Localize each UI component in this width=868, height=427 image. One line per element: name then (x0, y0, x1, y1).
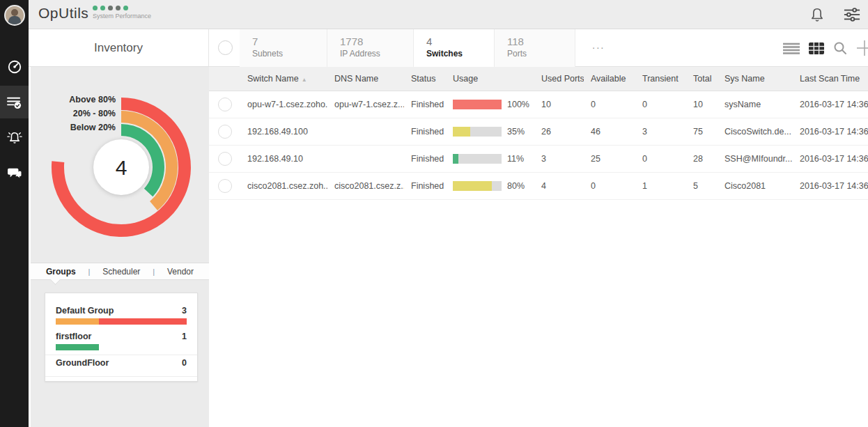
tab-groups[interactable]: Groups (46, 267, 76, 277)
cell-usage: 100% (446, 100, 534, 109)
cell-transient: 0 (635, 100, 686, 109)
row-select-circle[interactable] (218, 152, 232, 166)
tab-ip-address[interactable]: 1778 IP Address (327, 29, 414, 67)
cell-transient: 0 (635, 154, 686, 164)
search-icon[interactable] (833, 41, 847, 55)
logo-dots (93, 6, 151, 10)
notifications-bell-icon[interactable] (809, 6, 825, 23)
col-usage[interactable]: Usage (446, 74, 534, 84)
logo-dot (116, 6, 121, 10)
col-switch-name[interactable]: Switch Name▲ (240, 74, 327, 84)
group-usage-bar (56, 344, 187, 350)
sort-arrow-icon[interactable]: ▲ (302, 77, 307, 83)
cell-available: 0 (584, 100, 635, 109)
logo-dot (123, 6, 128, 10)
cell-last-scan: 2016-03-17 14:36:2 (793, 127, 868, 137)
select-all-circle[interactable] (218, 40, 233, 55)
more-tabs-button[interactable]: ... (575, 39, 605, 56)
group-row[interactable]: Default Group3 (45, 303, 197, 329)
cell-sys-name: SSH@MIfoundr... (718, 154, 793, 164)
cell-usage: 11% (446, 154, 534, 164)
cell-total: 10 (686, 100, 718, 109)
top-header-bar: OpUtils System Performance (29, 0, 868, 29)
cell-switch-name: 192.168.49.100 (240, 127, 327, 137)
list-view-icon[interactable] (783, 42, 800, 54)
col-last-scan-time[interactable]: Last Scan Time (793, 74, 868, 84)
col-transient[interactable]: Transient (635, 74, 686, 84)
tab-ports[interactable]: 118 Ports (495, 29, 575, 67)
tab-vendor[interactable]: Vendor (167, 267, 194, 277)
table-row[interactable]: 192.168.49.10 Finished 11% 3 25 0 28 SSH… (209, 146, 868, 173)
col-total[interactable]: Total (686, 74, 718, 84)
cell-usage: 80% (446, 181, 534, 191)
sidebar-item-inventory[interactable] (0, 86, 29, 118)
usage-bar (453, 181, 502, 191)
page-title: Inventory (29, 29, 209, 66)
group-label: GroundFloor (56, 358, 109, 368)
cell-switch-name: opu-w7-1.csez.zoho... (240, 100, 327, 109)
group-usage-bar (56, 318, 187, 325)
settings-sliders-icon[interactable] (843, 6, 861, 23)
cell-sys-name: CiscoSwitch.de... (718, 127, 793, 137)
user-avatar[interactable] (0, 0, 29, 31)
group-count: 0 (182, 358, 187, 368)
cell-used-ports: 4 (534, 181, 584, 191)
table-row[interactable]: 192.168.49.100 Finished 35% 26 46 3 75 C… (209, 118, 868, 146)
row-select-circle[interactable] (218, 98, 232, 111)
group-count: 1 (182, 332, 187, 341)
cell-status: Finished (404, 181, 446, 191)
usage-percent-label: 11% (507, 154, 524, 164)
sidebar-item-chat[interactable] (0, 157, 29, 189)
group-label: firstfloor (56, 332, 91, 341)
switches-table: Switch Name▲ DNS Name Status Usage Used … (209, 67, 868, 200)
cell-dns-name: cisco2081.csez.z... (327, 181, 404, 191)
legend-above-80: Above 80% (69, 95, 116, 104)
usage-bar (453, 154, 502, 164)
col-dns-name[interactable]: DNS Name (327, 74, 404, 84)
cell-total: 75 (686, 127, 718, 137)
avatar-image (4, 5, 25, 26)
col-used-ports[interactable]: Used Ports (534, 74, 584, 84)
grid-view-icon[interactable] (809, 42, 824, 54)
legend-20-80: 20% - 80% (73, 109, 116, 118)
chat-bubbles-icon (7, 166, 22, 180)
tab-switches[interactable]: 4 Switches (414, 29, 495, 67)
usage-percent-label: 100% (507, 100, 529, 109)
cell-available: 25 (584, 154, 635, 164)
cell-used-ports: 26 (534, 127, 584, 137)
table-row[interactable]: opu-w7-1.csez.zoho... opu-w7-1.csez.z...… (209, 91, 868, 118)
cell-sys-name: sysName (718, 100, 793, 109)
usage-bar (453, 127, 502, 137)
usage-percent-label: 35% (507, 127, 525, 137)
cell-status: Finished (404, 100, 446, 109)
cell-transient: 3 (635, 127, 686, 137)
cell-used-ports: 10 (534, 100, 584, 109)
table-row[interactable]: cisco2081.csez.zoh... cisco2081.csez.z..… (209, 173, 868, 200)
cell-used-ports: 3 (534, 154, 584, 164)
group-label: Default Group (56, 306, 114, 316)
system-performance-label: System Performance (93, 13, 151, 20)
cell-switch-name: cisco2081.csez.zoh... (240, 181, 327, 191)
tab-scheduler[interactable]: Scheduler (102, 267, 140, 277)
row-select-circle[interactable] (218, 125, 232, 139)
app-logo: OpUtils (38, 5, 88, 22)
usage-bar (453, 100, 502, 109)
cell-last-scan: 2016-03-17 14:36:2 (793, 154, 868, 164)
sidebar-item-alerts[interactable] (0, 121, 29, 154)
alarm-bell-icon (6, 130, 23, 146)
col-status[interactable]: Status (404, 74, 446, 84)
group-row[interactable]: GroundFloor0 (45, 355, 197, 377)
table-header-row: Switch Name▲ DNS Name Status Usage Used … (209, 67, 868, 91)
cell-usage: 35% (446, 127, 534, 137)
sidebar-item-dashboard[interactable] (0, 50, 29, 83)
col-sys-name[interactable]: Sys Name (718, 74, 793, 84)
add-plus-icon[interactable] (856, 40, 868, 56)
list-check-icon (6, 95, 22, 109)
tab-subnets[interactable]: 7 Subnets (240, 29, 327, 67)
cell-available: 0 (584, 181, 635, 191)
cell-dns-name: opu-w7-1.csez.z... (327, 100, 404, 109)
row-select-circle[interactable] (218, 179, 232, 193)
legend-below-20: Below 20% (70, 123, 116, 132)
group-row[interactable]: firstfloor1 (45, 329, 197, 355)
col-available[interactable]: Available (584, 74, 635, 84)
